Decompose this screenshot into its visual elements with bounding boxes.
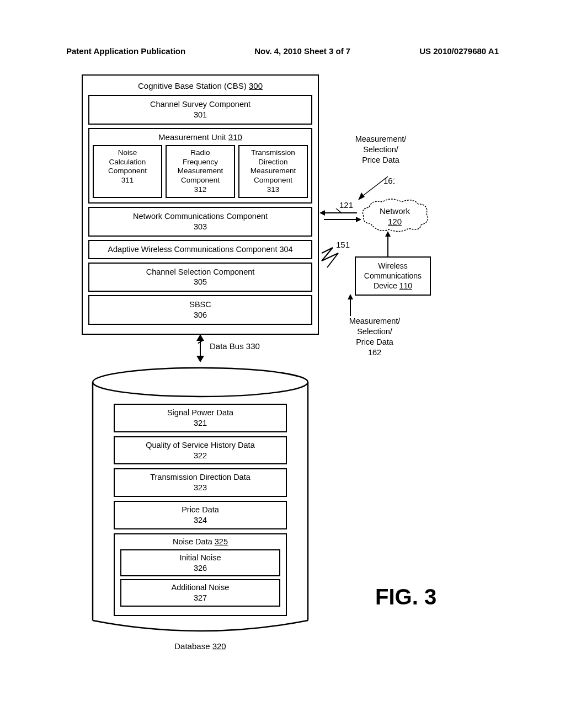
adaptive-wireless-component: Adaptive Wireless Communications Compone…	[88, 240, 312, 259]
database-cylinder: Signal Power Data 321 Quality of Service…	[82, 367, 319, 637]
measurement-unit: Measurement Unit 310 Noise Calculation C…	[88, 128, 312, 204]
network-comm-component: Network Communications Component 303	[88, 207, 312, 237]
additional-noise: Additional Noise 327	[120, 579, 280, 607]
initial-noise: Initial Noise 326	[120, 549, 280, 577]
header-center: Nov. 4, 2010 Sheet 3 of 7	[254, 46, 350, 56]
arrow-up-icon	[196, 334, 204, 341]
header-left: Patent Application Publication	[66, 46, 185, 56]
rf-measurement-component: Radio Frequency Measurement Component 31…	[166, 145, 235, 198]
channel-survey-component: Channel Survey Component 301	[88, 95, 312, 125]
qos-history-data: Quality of Service History Data 322	[114, 436, 287, 465]
measurement-unit-title: Measurement Unit 310	[93, 132, 308, 142]
database-label: Database 320	[82, 641, 319, 651]
page-header: Patent Application Publication Nov. 4, 2…	[0, 46, 565, 56]
tx-direction-data: Transmission Direction Data 323	[114, 468, 287, 497]
svg-point-0	[93, 368, 308, 397]
price-data: Price Data 324	[114, 501, 287, 529]
figure-diagram: Cognitive Base Station (CBS) 300 Channel…	[82, 74, 490, 651]
figure-label: FIG. 3	[375, 585, 436, 609]
noise-data-group: Noise Data 325 Initial Noise 326 Additio…	[114, 533, 287, 616]
cbs-title: Cognitive Base Station (CBS) 300	[88, 81, 312, 90]
noise-calc-component: Noise Calculation Component 311	[93, 145, 162, 198]
tx-direction-component: Transmission Direction Measurement Compo…	[238, 145, 308, 198]
sbsc-component: SBSC 306	[88, 295, 312, 325]
cbs-box: Cognitive Base Station (CBS) 300 Channel…	[82, 74, 319, 335]
header-right: US 2010/0279680 A1	[419, 46, 499, 56]
channel-selection-component: Channel Selection Component 305	[88, 263, 312, 292]
arrow-down-icon	[196, 356, 204, 362]
data-bus-label: Data Bus 330	[210, 341, 260, 351]
signal-power-data: Signal Power Data 321	[114, 404, 287, 432]
data-bus-connector: Data Bus 330	[82, 335, 319, 367]
